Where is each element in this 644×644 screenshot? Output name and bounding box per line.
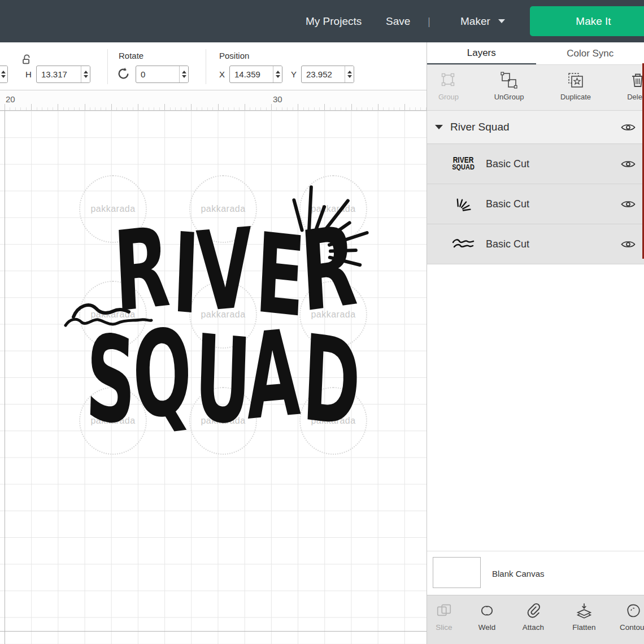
delete-label: Delete — [627, 93, 644, 101]
ungroup-icon — [500, 71, 518, 89]
position-y-stepper[interactable] — [345, 66, 354, 82]
edit-toolbar: H 13.317 Rotate 0 Position X 14.359 — [0, 42, 427, 90]
height-input[interactable]: 13.317 — [36, 66, 90, 83]
attach-label: Attach — [523, 623, 544, 632]
position-x-value: 14.359 — [230, 66, 273, 82]
stepper-up-icon — [1, 71, 6, 73]
flatten-icon — [576, 602, 593, 619]
delete-button[interactable]: Delete — [614, 71, 644, 101]
stepper-down-icon — [347, 75, 352, 78]
visibility-eye-icon[interactable] — [621, 199, 636, 209]
position-y-input[interactable]: 23.952 — [301, 66, 354, 83]
duplicate-button[interactable]: Duplicate — [552, 71, 599, 101]
blank-canvas-label: Blank Canvas — [492, 551, 545, 595]
river-squad-design[interactable]: RIVER SQUAD — [0, 111, 427, 644]
group-name-label: River Squad — [450, 121, 510, 133]
width-stepper[interactable] — [0, 66, 7, 82]
design-app-window: My Projects Save | Maker Make It H 13.31… — [0, 0, 644, 644]
stepper-up-icon — [84, 71, 88, 73]
contour-icon — [625, 602, 642, 619]
make-it-button[interactable]: Make It — [530, 6, 644, 36]
layer-thumbnail-waves — [449, 229, 478, 259]
rotate-stepper[interactable] — [179, 66, 188, 82]
group-button[interactable]: Group — [425, 71, 472, 101]
weld-button[interactable]: Weld — [465, 602, 508, 632]
rotate-label: Rotate — [119, 51, 143, 60]
sun-rays-icon — [452, 193, 474, 215]
visibility-eye-icon[interactable] — [621, 123, 636, 132]
ruler-tick-20: 20 — [6, 94, 15, 104]
position-y-label: Y — [291, 69, 297, 79]
visibility-eye-icon[interactable] — [621, 159, 636, 169]
flatten-label: Flatten — [572, 623, 595, 632]
position-x-stepper[interactable] — [273, 66, 282, 82]
layer-type-label: Basic Cut — [486, 198, 529, 210]
toolbar-divider — [107, 49, 108, 84]
ungroup-label: UnGroup — [494, 93, 524, 101]
unlock-icon[interactable] — [20, 54, 33, 66]
group-icon — [440, 71, 458, 89]
tab-layers[interactable]: Layers — [427, 42, 536, 64]
make-it-label: Make It — [576, 15, 611, 28]
position-x-label: X — [219, 69, 225, 79]
save-label: Save — [386, 15, 410, 28]
canvas-color-swatch[interactable] — [433, 557, 481, 588]
machine-name-label: Maker — [460, 15, 490, 28]
layer-group-river-squad[interactable]: River Squad — [427, 111, 644, 144]
stepper-up-icon — [182, 71, 186, 73]
rotate-value: 0 — [136, 66, 179, 82]
rotate-input[interactable]: 0 — [136, 66, 189, 83]
height-label: H — [25, 69, 32, 79]
slice-button[interactable]: Slice — [423, 602, 465, 632]
stepper-up-icon — [347, 71, 352, 73]
contour-label: Contour — [620, 623, 644, 632]
stepper-down-icon — [182, 75, 186, 78]
weld-label: Weld — [478, 623, 496, 632]
layers-panel: Layers Color Sync Group — [427, 42, 644, 644]
nav-divider: | — [428, 0, 430, 42]
boolean-tools-bar: Slice Weld Attach — [427, 595, 644, 644]
layer-type-label: Basic Cut — [486, 238, 529, 250]
duplicate-label: Duplicate — [560, 93, 591, 101]
my-projects-link[interactable]: My Projects — [306, 0, 362, 42]
layer-row-rays[interactable]: Basic Cut — [427, 184, 644, 224]
height-stepper[interactable] — [81, 66, 90, 82]
visibility-eye-icon[interactable] — [621, 240, 636, 249]
layer-row-text[interactable]: RIVER SQUAD Basic Cut — [427, 144, 644, 184]
duplicate-icon — [567, 71, 585, 89]
top-header-bar: My Projects Save | Maker Make It — [0, 0, 644, 42]
layer-thumbnail-rays — [449, 189, 478, 219]
thumb-text-line2: SQUAD — [452, 164, 475, 171]
panel-tabs: Layers Color Sync — [427, 42, 644, 65]
position-label: Position — [219, 51, 249, 60]
blank-canvas-section: Blank Canvas — [427, 551, 644, 595]
my-projects-label: My Projects — [306, 15, 362, 28]
position-x-input[interactable]: 14.359 — [229, 66, 282, 83]
width-input-clipped[interactable] — [0, 66, 8, 83]
layer-thumbnail-text: RIVER SQUAD — [449, 149, 478, 179]
layer-row-waves[interactable]: Basic Cut — [427, 224, 644, 264]
stepper-down-icon — [84, 75, 88, 78]
machine-select-dropdown[interactable]: Maker — [460, 0, 505, 42]
tab-color-sync[interactable]: Color Sync — [536, 42, 644, 64]
weld-icon — [478, 602, 495, 619]
delete-icon — [629, 71, 644, 89]
slice-icon — [436, 602, 452, 619]
layer-type-label: Basic Cut — [486, 158, 529, 170]
height-value: 13.317 — [37, 66, 81, 82]
contour-button[interactable]: Contour — [612, 602, 644, 632]
ruler-tick-30: 30 — [273, 94, 282, 104]
chevron-down-icon[interactable] — [435, 125, 443, 129]
attach-button[interactable]: Attach — [512, 602, 555, 632]
save-button[interactable]: Save — [386, 0, 410, 42]
flatten-button[interactable]: Flatten — [563, 602, 606, 632]
horizontal-ruler: 20 30 — [0, 90, 427, 111]
attach-icon — [525, 602, 542, 619]
waves-icon — [451, 237, 476, 251]
design-canvas[interactable]: pakkarada pakkarada pakkarada pakkarada … — [0, 111, 427, 644]
ungroup-button[interactable]: UnGroup — [485, 71, 533, 101]
chevron-down-icon — [498, 19, 505, 23]
layer-actions-bar: Group UnGroup Duplicate — [427, 65, 644, 111]
rotate-icon — [116, 67, 130, 81]
position-y-value: 23.952 — [302, 66, 345, 82]
